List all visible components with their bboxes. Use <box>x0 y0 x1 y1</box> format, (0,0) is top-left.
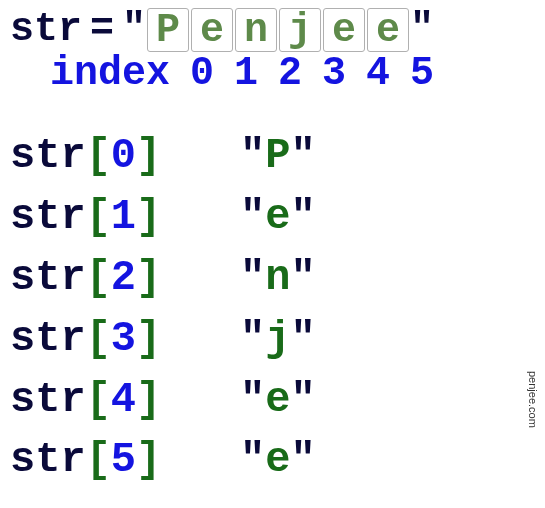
expression: str[5] <box>10 430 240 491</box>
letter-cell: n <box>235 8 277 52</box>
index-row: index 0 1 2 3 4 5 <box>10 52 535 96</box>
letter-cells: P e n j e e <box>146 8 410 52</box>
expression: str[1] <box>10 187 240 248</box>
index-cell: 3 <box>313 52 355 96</box>
value: "n" <box>240 248 316 309</box>
value: "e" <box>240 187 316 248</box>
expression: str[2] <box>10 248 240 309</box>
expression: str[0] <box>10 126 240 187</box>
letter-cell: j <box>279 8 321 52</box>
value: "e" <box>240 430 316 491</box>
declaration-block: str = " P e n j e e " index 0 1 2 3 4 5 <box>10 8 535 96</box>
list-item: str[0] "P" <box>10 126 535 187</box>
index-cell: 1 <box>225 52 267 96</box>
list-item: str[4] "e" <box>10 370 535 431</box>
index-label: index <box>50 52 170 96</box>
index-cells: 0 1 2 3 4 5 <box>180 52 444 96</box>
variable-name: str <box>10 8 82 52</box>
close-quote: " <box>410 8 434 52</box>
index-cell: 4 <box>357 52 399 96</box>
value: "e" <box>240 370 316 431</box>
credit-text: penjee.com <box>527 371 539 428</box>
index-cell: 0 <box>181 52 223 96</box>
letter-cell: e <box>191 8 233 52</box>
letter-cell: e <box>367 8 409 52</box>
equals-sign: = <box>90 8 114 52</box>
value: "P" <box>240 126 316 187</box>
expression: str[4] <box>10 370 240 431</box>
index-cell: 2 <box>269 52 311 96</box>
index-cell: 5 <box>401 52 443 96</box>
letter-cell: P <box>147 8 189 52</box>
value: "j" <box>240 309 316 370</box>
list-item: str[1] "e" <box>10 187 535 248</box>
list-item: str[3] "j" <box>10 309 535 370</box>
index-examples-list: str[0] "P" str[1] "e" str[2] "n" str[3] … <box>10 126 535 491</box>
list-item: str[2] "n" <box>10 248 535 309</box>
string-declaration-row: str = " P e n j e e " <box>10 8 535 52</box>
letter-cell: e <box>323 8 365 52</box>
list-item: str[5] "e" <box>10 430 535 491</box>
expression: str[3] <box>10 309 240 370</box>
open-quote: " <box>122 8 146 52</box>
